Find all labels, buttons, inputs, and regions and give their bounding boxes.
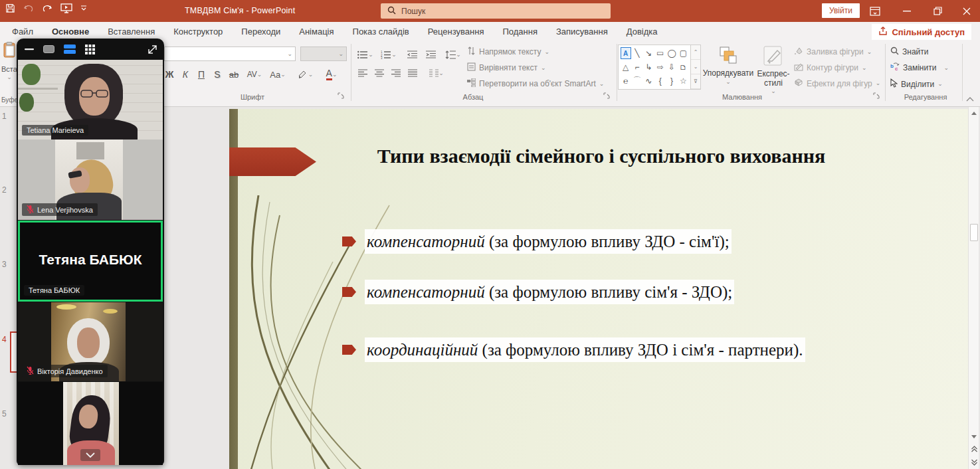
strikethrough-button[interactable]: ab (226, 66, 242, 82)
participant-tile-1[interactable]: Tetiana Marieieva (18, 60, 163, 140)
share-button[interactable]: Спільний доступ (872, 24, 971, 40)
scribble-shape-icon[interactable]: ℮ (621, 75, 631, 87)
tab-slideshow[interactable]: Показ слайдів (343, 23, 419, 41)
snip-corner-shape-icon[interactable]: 🗅 (678, 61, 688, 73)
slide-thumbnail-number-1[interactable]: 1 (2, 112, 7, 121)
redo-icon[interactable] (42, 4, 52, 13)
elbow-arrow-connector-icon[interactable]: ↳ (643, 61, 654, 73)
change-case-button[interactable]: Aa⌄ (267, 66, 288, 82)
elbow-connector-icon[interactable]: ⌐ (632, 61, 642, 73)
minimize-button[interactable] (896, 0, 918, 22)
star-shape-icon[interactable]: ☆ (678, 75, 688, 87)
tab-animations[interactable]: Анімація (290, 23, 343, 41)
slide-thumbnail-number-4[interactable]: 4 (2, 335, 7, 344)
customize-qat-icon[interactable] (80, 5, 87, 11)
align-right-icon[interactable] (389, 66, 403, 80)
slide-canvas[interactable]: Типи взаємодії сімейного і суспільного в… (229, 109, 968, 469)
underline-button[interactable]: П (194, 66, 209, 82)
slide-thumbnail-number-3[interactable]: 3 (2, 260, 7, 269)
slide-body-text[interactable]: компенсаторний (за формулою впливу ЗДО -… (340, 229, 835, 371)
participant-tile-3-active-speaker[interactable]: Тетяна БАБЮК Тетяна БАБЮК (18, 221, 163, 302)
ribbon-display-options-icon[interactable] (864, 0, 886, 22)
scroll-down-icon[interactable] (969, 431, 979, 442)
scrollbar-thumb[interactable] (970, 224, 978, 241)
columns-button[interactable]: ⌄ (427, 66, 446, 80)
meeting-minimize-icon[interactable] (25, 48, 34, 50)
find-button[interactable]: Знайти (890, 47, 928, 57)
character-spacing-button[interactable]: AV⌄ (245, 66, 264, 82)
gallery-scroll-up-icon[interactable]: ⌃ (691, 45, 700, 60)
font-name-combobox[interactable]: ⌄ (164, 47, 296, 61)
rounded-rectangle-shape-icon[interactable]: ▢ (678, 47, 688, 59)
quick-styles-button[interactable]: Експрес-стилі ⌄ (756, 45, 791, 94)
paste-chevron-icon[interactable]: ⌄ (1, 74, 17, 80)
participant-tile-4[interactable]: Вікторія Давиденко (18, 302, 163, 381)
arc-shape-icon[interactable]: ⌒ (632, 75, 642, 87)
shape-effects-button[interactable]: Ефекти для фігур⌄ (794, 78, 880, 88)
arrow-shape-icon[interactable]: ↘ (643, 47, 654, 59)
left-brace-shape-icon[interactable]: { (655, 75, 666, 87)
previous-slide-button[interactable] (969, 444, 979, 454)
restore-button[interactable] (926, 0, 949, 22)
right-arrow-shape-icon[interactable]: ⇨ (655, 61, 666, 73)
slide-title[interactable]: Типи взаємодії сімейного і суспільного в… (372, 141, 831, 171)
close-button[interactable] (955, 0, 978, 22)
arrange-button[interactable]: Упорядкувати ⌄ (703, 45, 753, 85)
bold-button[interactable]: Ж (162, 66, 177, 82)
text-direction-button[interactable]: Напрямок тексту⌄ (467, 47, 549, 57)
expand-meeting-icon[interactable] (147, 45, 157, 54)
bullets-button[interactable]: ⌄ (355, 48, 375, 61)
slide-thumbnail-number-2[interactable]: 2 (2, 185, 7, 195)
numbering-button[interactable]: 123⌄ (379, 48, 399, 61)
text-shadow-button[interactable]: S (210, 66, 225, 82)
next-slide-button[interactable] (969, 457, 979, 468)
paragraph-dialog-launcher-icon[interactable] (603, 92, 611, 100)
save-icon[interactable] (5, 3, 15, 13)
title-arrow-shape[interactable] (229, 147, 316, 176)
line-spacing-button[interactable]: ⌄ (442, 48, 464, 61)
increase-indent-icon[interactable] (423, 48, 439, 61)
shape-outline-button[interactable]: Контур фігури⌄ (794, 62, 867, 73)
collapse-ribbon-icon[interactable] (966, 94, 974, 104)
paste-label[interactable]: Встав (1, 65, 17, 73)
text-box-shape-icon[interactable]: A (621, 47, 631, 59)
font-dialog-launcher-icon[interactable] (338, 92, 345, 100)
tab-transitions[interactable]: Переходи (232, 23, 290, 41)
search-box[interactable] (381, 3, 611, 19)
align-text-button[interactable]: Вирівняти текст⌄ (467, 62, 546, 73)
participant-tile-5[interactable] (18, 382, 163, 465)
align-center-icon[interactable] (372, 66, 387, 80)
gallery-view-icon[interactable] (85, 45, 95, 54)
undo-icon[interactable] (23, 4, 34, 13)
minimized-view-icon[interactable] (43, 45, 54, 53)
curve-shape-icon[interactable]: ∿ (643, 75, 654, 87)
gallery-more-icon[interactable]: ⊽ (691, 74, 700, 89)
drawing-dialog-launcher-icon[interactable] (873, 92, 881, 100)
select-button[interactable]: Виділити⌄ (890, 78, 943, 90)
triangle-shape-icon[interactable]: △ (621, 61, 631, 73)
tab-design[interactable]: Конструктор (164, 23, 232, 41)
align-left-icon[interactable] (355, 66, 370, 80)
gallery-scroll-down-icon[interactable]: ⌄ (691, 60, 700, 74)
italic-button[interactable]: К (178, 66, 193, 82)
right-brace-shape-icon[interactable]: } (666, 75, 677, 87)
highlight-color-button[interactable]: ⌄ (294, 66, 316, 82)
paste-icon[interactable] (3, 49, 16, 60)
font-size-combobox[interactable]: ⌄ (300, 47, 347, 61)
shape-fill-button[interactable]: Заливка фігури⌄ (794, 47, 872, 57)
sign-in-button[interactable]: Увійти (822, 3, 860, 18)
start-slideshow-icon[interactable] (60, 3, 72, 13)
replace-button[interactable]: bc Замінити⌄ (890, 62, 949, 73)
vertical-scrollbar[interactable] (968, 107, 979, 469)
tab-recording[interactable]: Записування (547, 23, 617, 41)
decrease-indent-icon[interactable] (404, 48, 420, 61)
tab-help[interactable]: Довідка (617, 23, 667, 41)
down-arrow-shape-icon[interactable]: ⇩ (666, 61, 677, 73)
speaker-view-icon[interactable] (64, 45, 76, 54)
justify-icon[interactable] (405, 66, 420, 80)
tab-view[interactable]: Подання (493, 23, 547, 41)
search-input[interactable] (401, 7, 587, 16)
oval-shape-icon[interactable]: ◯ (666, 47, 677, 59)
participant-tile-2[interactable]: Lena Verjihovska (18, 140, 163, 220)
collapse-participants-icon[interactable] (80, 449, 100, 461)
